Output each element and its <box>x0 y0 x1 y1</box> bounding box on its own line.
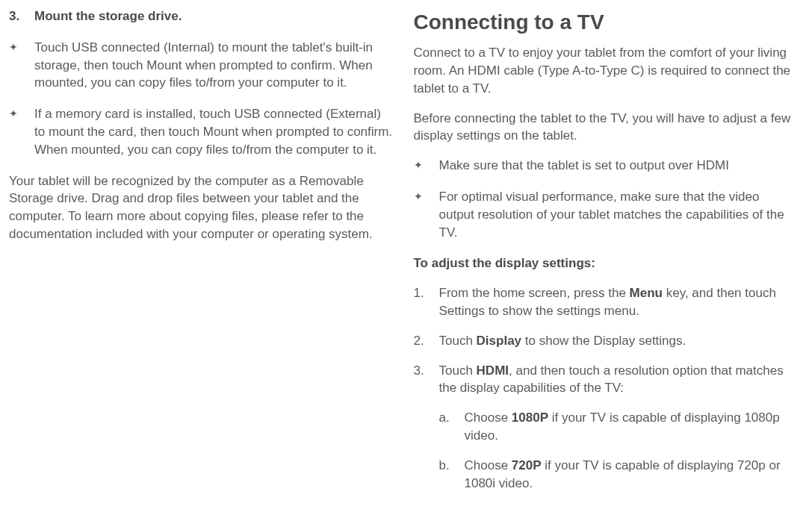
bullet-external-storage: ✦ If a memory card is installed, touch U… <box>9 105 393 158</box>
step-2: 2. Touch Display to show the Display set… <box>414 332 798 350</box>
tv-intro-2: Before connecting the tablet to the TV, … <box>414 110 798 146</box>
step-text: Touch HDMI, and then touch a resolution … <box>439 362 798 493</box>
right-column: Connecting to a TV Connect to a TV to en… <box>405 7 804 502</box>
left-column: 3. Mount the storage drive. ✦ Touch USB … <box>9 7 405 502</box>
bullet-text: Touch USB connected (Internal) to mount … <box>34 39 393 92</box>
bullet-hdmi-output: ✦ Make sure that the tablet is set to ou… <box>414 157 798 175</box>
step-number: 3. <box>414 362 439 493</box>
heading-number: 3. <box>9 7 34 25</box>
step-text: Touch Display to show the Display settin… <box>439 332 798 350</box>
bullet-text: For optimal visual performance, make sur… <box>439 188 798 241</box>
bullet-visual-performance: ✦ For optimal visual performance, make s… <box>414 188 798 241</box>
star-icon: ✦ <box>9 39 34 92</box>
step-3b: b. Choose 720P if your TV is capable of … <box>439 457 798 493</box>
mount-heading: 3. Mount the storage drive. <box>9 7 393 25</box>
substep-letter: b. <box>439 457 465 493</box>
star-icon: ✦ <box>414 188 439 241</box>
bullet-text: Make sure that the tablet is set to outp… <box>439 157 798 175</box>
bullet-internal-storage: ✦ Touch USB connected (Internal) to moun… <box>9 39 393 92</box>
step-number: 1. <box>414 284 439 320</box>
substep-text: Choose 1080P if your TV is capable of di… <box>465 409 798 445</box>
step-text: From the home screen, press the Menu key… <box>439 284 798 320</box>
star-icon: ✦ <box>414 157 439 175</box>
substep-letter: a. <box>439 409 465 445</box>
bullet-text: If a memory card is installed, touch USB… <box>34 105 393 158</box>
heading-text: Mount the storage drive. <box>34 7 182 25</box>
removable-storage-para: Your tablet will be recognized by the co… <box>9 172 393 243</box>
step-3: 3. Touch HDMI, and then touch a resoluti… <box>414 362 798 493</box>
adjust-display-subhead: To adjust the display settings: <box>414 254 798 272</box>
connecting-tv-title: Connecting to a TV <box>414 7 798 37</box>
star-icon: ✦ <box>9 105 34 158</box>
step-3a: a. Choose 1080P if your TV is capable of… <box>439 409 798 445</box>
step-number: 2. <box>414 332 439 350</box>
step-1: 1. From the home screen, press the Menu … <box>414 284 798 320</box>
tv-intro-1: Connect to a TV to enjoy your tablet fro… <box>414 44 798 97</box>
substep-text: Choose 720P if your TV is capable of dis… <box>465 457 798 493</box>
